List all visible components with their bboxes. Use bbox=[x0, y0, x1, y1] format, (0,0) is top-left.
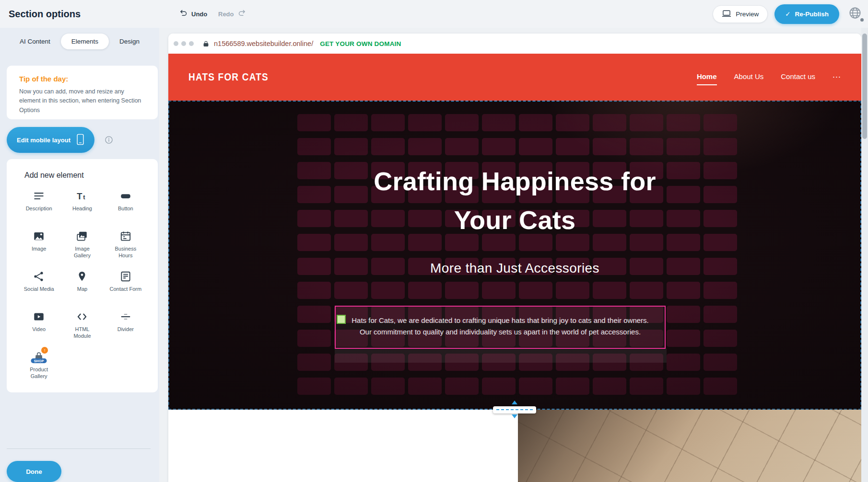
brick bbox=[334, 282, 368, 299]
element-label: Product Gallery bbox=[23, 367, 55, 380]
element-business-hours[interactable]: Business Hours bbox=[104, 226, 147, 263]
site-logo[interactable]: Hats for Cats bbox=[188, 71, 269, 83]
preview-button[interactable]: Preview bbox=[713, 5, 768, 23]
hero-heading-line1: Crafting Happiness for bbox=[168, 162, 861, 201]
element-label: HTML Module bbox=[66, 326, 98, 340]
redo-button[interactable]: Redo bbox=[218, 0, 246, 28]
tip-card: Tip of the day: Now you can add, move an… bbox=[7, 66, 158, 119]
element-map[interactable]: Map bbox=[60, 266, 104, 303]
form-icon bbox=[119, 270, 132, 283]
brick bbox=[297, 282, 331, 299]
brick bbox=[445, 138, 479, 155]
element-button[interactable]: Button bbox=[104, 186, 147, 222]
element-product-gallery[interactable]: ↑SHOPProduct Gallery bbox=[17, 347, 60, 383]
window-dot bbox=[181, 41, 186, 46]
element-description[interactable]: Description bbox=[17, 186, 60, 222]
scrollbar[interactable] bbox=[861, 28, 868, 482]
element-html-module[interactable]: HTML Module bbox=[60, 307, 104, 343]
tab-ai-content[interactable]: AI Content bbox=[12, 34, 58, 49]
element-divider[interactable]: Divider bbox=[104, 307, 147, 343]
domain-link[interactable]: GET YOUR OWN DOMAIN bbox=[320, 40, 401, 47]
brick bbox=[593, 282, 626, 299]
window-dot bbox=[174, 41, 178, 46]
brick bbox=[482, 378, 516, 395]
nav-about[interactable]: About Us bbox=[734, 72, 764, 82]
browser-window: n1566589.websitebuilder.online/ GET YOUR… bbox=[168, 34, 861, 482]
undo-icon bbox=[179, 9, 188, 19]
element-image-gallery[interactable]: Image Gallery bbox=[60, 226, 104, 263]
social-icon bbox=[33, 270, 45, 283]
video-icon bbox=[33, 310, 45, 323]
lock-icon bbox=[202, 40, 210, 47]
hero-section[interactable]: Crafting Happiness for Your Cats More th… bbox=[168, 101, 861, 410]
brick bbox=[556, 138, 589, 155]
edit-mobile-layout-button[interactable]: Edit mobile layout bbox=[7, 127, 94, 153]
language-globe-button[interactable] bbox=[846, 5, 864, 23]
brick bbox=[630, 378, 663, 395]
tab-design[interactable]: Design bbox=[112, 34, 147, 49]
brick bbox=[556, 282, 589, 299]
brick bbox=[297, 114, 331, 131]
brick bbox=[704, 138, 737, 155]
hero-heading[interactable]: Crafting Happiness for Your Cats bbox=[168, 162, 861, 240]
brick bbox=[704, 114, 737, 131]
redo-icon bbox=[237, 9, 246, 19]
paragraph-selection[interactable]: Hats for Cats, we are dedicated to craft… bbox=[335, 306, 666, 349]
brick bbox=[482, 282, 516, 299]
element-label: Image bbox=[32, 246, 47, 252]
element-label: Description bbox=[26, 206, 52, 212]
brick bbox=[556, 378, 589, 395]
html-icon bbox=[76, 310, 88, 323]
element-video[interactable]: Video bbox=[17, 307, 60, 343]
scrollbar-thumb[interactable] bbox=[862, 34, 867, 139]
brick bbox=[667, 330, 700, 347]
window-dots bbox=[174, 41, 194, 46]
element-label: Button bbox=[118, 206, 133, 212]
republish-button[interactable]: ✓ Re-Publish bbox=[774, 4, 839, 24]
tip-heading: Tip of the day: bbox=[19, 75, 145, 83]
element-label: Divider bbox=[117, 326, 134, 333]
info-icon[interactable] bbox=[104, 135, 114, 145]
brick bbox=[297, 330, 331, 347]
element-heading[interactable]: TtHeading bbox=[60, 186, 104, 222]
nav-contact[interactable]: Contact us bbox=[781, 72, 815, 82]
element-label: Map bbox=[77, 286, 87, 293]
brick bbox=[445, 114, 479, 131]
hero-subheading[interactable]: More than Just Accessories bbox=[168, 261, 861, 276]
brick bbox=[704, 282, 737, 299]
nav-more[interactable]: ... bbox=[833, 70, 841, 82]
element-contact-form[interactable]: Contact Form bbox=[104, 266, 147, 303]
brick bbox=[556, 114, 589, 131]
brick bbox=[593, 378, 626, 395]
brick bbox=[371, 114, 405, 131]
brick bbox=[667, 282, 700, 299]
hours-icon bbox=[119, 230, 132, 242]
undo-button[interactable]: Undo bbox=[179, 0, 207, 28]
element-image[interactable]: Image bbox=[17, 226, 60, 263]
done-button[interactable]: Done bbox=[7, 461, 61, 482]
brick bbox=[408, 282, 442, 299]
brick bbox=[371, 378, 405, 395]
resize-handle-bar bbox=[493, 406, 536, 413]
brick bbox=[371, 138, 405, 155]
brick bbox=[667, 378, 700, 395]
element-label: Video bbox=[32, 326, 46, 333]
page-title: Section options bbox=[9, 0, 81, 28]
brick bbox=[297, 354, 331, 371]
heading-icon: Tt bbox=[76, 190, 88, 202]
brick bbox=[297, 138, 331, 155]
brick bbox=[408, 114, 442, 131]
map-icon bbox=[76, 270, 88, 283]
button-icon bbox=[119, 190, 132, 202]
gallery-icon bbox=[76, 230, 88, 242]
element-social-media[interactable]: Social Media bbox=[17, 266, 60, 303]
nav-home[interactable]: Home bbox=[697, 72, 717, 82]
preview-label: Preview bbox=[736, 11, 759, 18]
section-resize-handle[interactable] bbox=[493, 402, 536, 417]
brick bbox=[482, 114, 516, 131]
brick bbox=[667, 114, 700, 131]
selection-handle[interactable] bbox=[337, 315, 346, 324]
brick bbox=[704, 330, 737, 347]
tab-elements[interactable]: Elements bbox=[61, 34, 109, 49]
brick bbox=[297, 378, 331, 395]
